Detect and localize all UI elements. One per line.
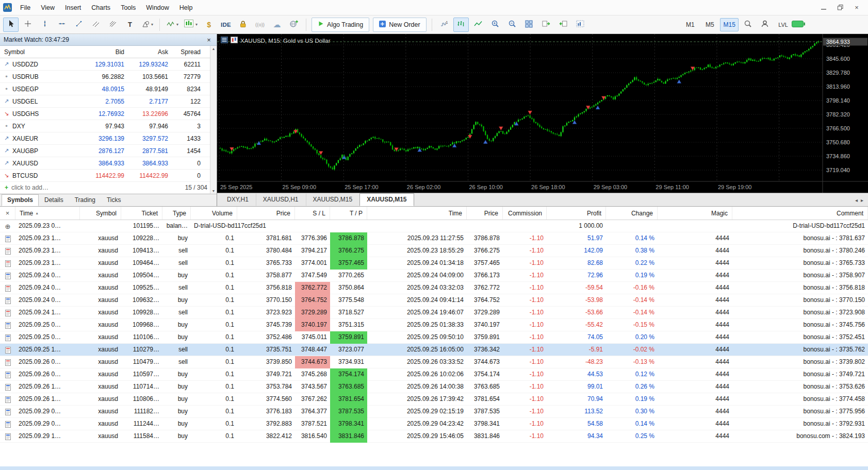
market-watch-row[interactable]: ↘USDGHS12.7693213.2269645764 — [0, 108, 210, 120]
dock-right-button[interactable] — [538, 18, 554, 32]
tile-windows-button[interactable] — [521, 18, 537, 32]
tabs-scroll-right-button[interactable]: ▸ — [861, 197, 863, 203]
market-watch-scrollbar[interactable]: ▲ ▼ — [210, 46, 217, 194]
add-symbol-row[interactable]: + click to add… 15 / 304 — [0, 182, 217, 194]
col-header-time[interactable]: Time▲ — [15, 207, 80, 220]
history-row[interactable]: 2025.09.24 0…xauusd109504…buy0.13758.877… — [0, 270, 868, 282]
history-row[interactable]: 2025.09.26 0…xauusd110479…sell0.13739.85… — [0, 356, 868, 368]
scroll-up-icon[interactable]: ▲ — [212, 47, 216, 51]
currency-button[interactable]: $ — [201, 18, 217, 32]
close-button[interactable]: × — [848, 2, 865, 14]
col-header-symbol[interactable]: Symbol — [0, 48, 78, 56]
menu-tools[interactable]: Tools — [116, 2, 141, 14]
channel-tool-button[interactable] — [88, 18, 104, 32]
history-scrollbar[interactable] — [0, 466, 868, 470]
col-header-price[interactable]: Price — [467, 207, 503, 220]
ide-button[interactable]: IDE — [218, 18, 234, 32]
balance-row[interactable]: ⊕2025.09.23 0…101195…balan…D-trial-USD-b… — [0, 220, 868, 232]
col-header-type[interactable]: Type — [162, 207, 191, 220]
chart-tab-2[interactable]: XAUUSD,M15 — [306, 193, 360, 206]
new-order-button[interactable]: New Order — [373, 18, 426, 32]
minimize-button[interactable] — [815, 2, 832, 14]
history-row[interactable]: 2025.09.25 1…xauusd110279…sell0.13735.75… — [0, 344, 868, 356]
menu-file[interactable]: File — [15, 2, 36, 14]
market-watch-row[interactable]: ↗USDDZD129.31031129.9324262211 — [0, 58, 210, 71]
history-row[interactable]: 2025.09.29 1…xauusd111584…buy0.13822.412… — [0, 430, 868, 443]
col-header-ask[interactable]: Ask — [127, 48, 171, 56]
bar-chart-button[interactable] — [453, 18, 469, 32]
chart-shift-button[interactable] — [572, 18, 588, 32]
depth-of-market-icon[interactable] — [221, 37, 228, 44]
tab-ticks[interactable]: Ticks — [101, 194, 127, 206]
history-row[interactable]: 2025.09.24 1…xauusd109928…sell0.13723.92… — [0, 307, 868, 319]
market-watch-row[interactable]: ↗XAUGBP2876.1272877.5811454 — [0, 145, 210, 157]
chart-tab-0[interactable]: DXY,H1 — [220, 193, 256, 206]
history-row[interactable]: 2025.09.23 1…xauusd109464…sell0.13765.73… — [0, 257, 868, 270]
history-row[interactable]: 2025.09.29 0…xauusd111244…buy0.13792.883… — [0, 418, 868, 430]
tab-details[interactable]: Details — [39, 194, 69, 206]
history-row[interactable]: 2025.09.23 1…xauusd109228…buy0.13781.681… — [0, 232, 868, 245]
history-row[interactable]: 2025.09.29 0…xauusd111182…buy0.13776.183… — [0, 406, 868, 418]
col-header-magic[interactable]: Magic — [658, 207, 732, 220]
lock-button[interactable] — [235, 18, 251, 32]
col-header-time[interactable]: Time — [367, 207, 467, 220]
line-chart-button[interactable] — [470, 18, 486, 32]
tab-trading[interactable]: Trading — [69, 194, 101, 206]
horizontal-line-tool-button[interactable] — [54, 18, 70, 32]
market-watch-row[interactable]: •DXY97.94397.9463 — [0, 120, 210, 132]
col-header-symbol[interactable]: Symbol — [80, 207, 121, 220]
scroll-down-icon[interactable]: ▼ — [212, 189, 216, 193]
market-watch-row[interactable]: ↗XAUEUR3296.1393297.5721433 — [0, 132, 210, 145]
chart-tab-3[interactable]: XAUUSD,M15 — [359, 193, 414, 206]
zoom-in-button[interactable] — [487, 18, 503, 32]
vertical-line-tool-button[interactable] — [37, 18, 53, 32]
col-header-comment[interactable]: Comment — [732, 207, 868, 220]
community-button[interactable] — [286, 18, 302, 32]
timeframe-m15-button[interactable]: M15 — [720, 18, 739, 31]
menu-help[interactable]: Help — [174, 2, 198, 14]
cursor-tool-button[interactable] — [3, 18, 19, 32]
col-header-change[interactable]: Change — [606, 207, 658, 220]
market-watch-row[interactable]: •USDEGP48.091548.91498234 — [0, 83, 210, 95]
history-row[interactable]: 2025.09.26 1…xauusd110714…buy0.13753.784… — [0, 381, 868, 393]
market-watch-row[interactable]: ↗USDGEL2.70552.7177122 — [0, 95, 210, 108]
history-row[interactable]: 2025.09.25 0…xauusd109968…buy0.13745.739… — [0, 319, 868, 331]
candlestick-chart[interactable]: 3861.4203845.6003829.7803813.9603798.140… — [217, 34, 868, 193]
crosshair-tool-button[interactable] — [20, 18, 36, 32]
line-studies-button[interactable]: ▾ — [164, 18, 181, 32]
pitchfork-tool-button[interactable] — [105, 18, 121, 32]
zoom-out-button[interactable] — [504, 18, 520, 32]
col-header-spread[interactable]: Spread — [171, 48, 210, 56]
market-watch-row[interactable]: ↗XAUUSD3864.9333864.9330 — [0, 157, 210, 170]
history-row[interactable]: 2025.09.24 0…xauusd109525…sell0.13756.81… — [0, 282, 868, 294]
history-row[interactable]: 2025.09.25 0…xauusd110106…buy0.13752.486… — [0, 331, 868, 344]
text-tool-button[interactable]: T — [122, 18, 138, 32]
algo-trading-button[interactable]: Algo Trading — [312, 18, 369, 32]
dock-left-button[interactable] — [555, 18, 571, 32]
tabs-scroll-left-button[interactable]: ◂ — [855, 197, 858, 203]
market-watch-row[interactable]: •USDRUB96.2882103.566172779 — [0, 71, 210, 83]
timeframe-m5-button[interactable]: M5 — [700, 18, 719, 31]
col-header-tp[interactable]: T / P — [330, 207, 367, 220]
history-row[interactable]: 2025.09.26 0…xauusd110597…buy0.13749.721… — [0, 368, 868, 381]
col-header-price[interactable]: Price — [237, 207, 295, 220]
market-watch-titlebar[interactable]: Market Watch: 03:47:29 × — [0, 34, 217, 46]
trendline-tool-button[interactable] — [71, 18, 87, 32]
col-header-ticket[interactable]: Ticket — [121, 207, 162, 220]
shapes-tool-button[interactable]: ▾ — [139, 18, 155, 32]
history-row[interactable]: 2025.09.23 1…xauusd109413…sell0.13780.48… — [0, 245, 868, 257]
market-watch-close-button[interactable]: × — [205, 36, 213, 44]
timeframe-m1-button[interactable]: M1 — [681, 18, 699, 31]
col-header-sl[interactable]: S / L — [295, 207, 330, 220]
market-watch-row[interactable]: ↘BTCUSD114422.99114422.990 — [0, 170, 210, 182]
chart-tab-1[interactable]: XAUUSD,H1 — [256, 193, 306, 206]
menu-insert[interactable]: Insert — [60, 2, 86, 14]
col-header-profit[interactable]: Profit — [547, 207, 606, 220]
col-header-volume[interactable]: Volume — [191, 207, 237, 220]
col-header-bid[interactable]: Bid — [78, 48, 127, 56]
menu-view[interactable]: View — [36, 2, 60, 14]
account-button[interactable] — [757, 18, 773, 32]
chart-template-button[interactable]: ▾ — [182, 18, 200, 32]
cloud-button[interactable]: ☁ — [269, 18, 285, 32]
tick-chart-button[interactable]: 1 — [436, 18, 452, 32]
